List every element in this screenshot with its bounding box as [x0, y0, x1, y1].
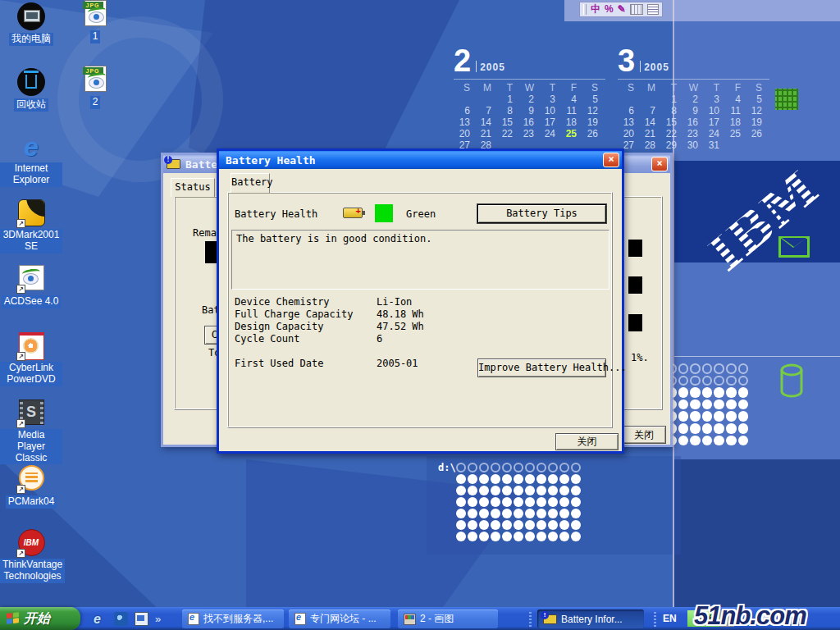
dot: [525, 497, 535, 507]
dot: [690, 399, 701, 410]
calendar-day-header: F: [724, 82, 746, 94]
dot: [571, 463, 581, 472]
calendar-day: 16: [518, 116, 539, 128]
start-button[interactable]: 开始: [0, 607, 80, 630]
desktop-icon-media-player-classic[interactable]: S↗ Media Player Classic: [0, 399, 62, 464]
tab-battery[interactable]: Battery: [231, 173, 270, 193]
ie-quicklaunch-icon[interactable]: e: [94, 612, 107, 626]
dot: [702, 423, 713, 434]
dot: [738, 363, 749, 374]
calendar-day: 7: [475, 105, 496, 116]
ratio-icon[interactable]: %: [605, 2, 614, 16]
dot: [678, 436, 689, 446]
battery-tab-page: Battery Health Green Battery Tips The ba…: [227, 192, 613, 428]
detail-label: Full Charge Capacity: [235, 308, 377, 321]
calendar-day: 21: [639, 128, 660, 139]
chevron-more-icon[interactable]: »: [155, 613, 161, 625]
battery-health-label: Battery Health: [235, 208, 317, 220]
menu-icon[interactable]: [647, 4, 659, 15]
shortcut-arrow-icon: ↗: [16, 285, 25, 294]
dot: [726, 436, 737, 446]
desktop-icon-thinkvantage[interactable]: IBM↗ ThinkVantage Technologies: [0, 529, 62, 583]
language-bar[interactable]: 中 % ✎: [579, 2, 663, 17]
desktop-icon-3dmark2001[interactable]: ↗ 3DMark2001 SE: [0, 199, 62, 253]
show-desktop-icon[interactable]: [135, 612, 148, 626]
dot: [514, 532, 523, 541]
desktop-icon-internet-explorer[interactable]: e Internet Explorer: [0, 133, 62, 187]
calendar-day: 16: [682, 116, 703, 128]
desktop-icon-jpg-1[interactable]: JPG 1: [72, 0, 118, 43]
calendar-day: 1: [496, 94, 518, 105]
quick-launch: e »: [89, 609, 166, 628]
tab-status[interactable]: Status: [171, 178, 215, 197]
battery-health-dialog: Battery Health × Battery Battery Health …: [217, 148, 624, 454]
calendar-day: 20: [618, 128, 639, 139]
task-button-paint[interactable]: 2 - 画图: [398, 609, 498, 628]
desktop-icon-jpg-2[interactable]: JPG 2: [72, 66, 118, 109]
desktop-icon-pcmark04[interactable]: ↗ PCMark04: [0, 465, 62, 509]
condition-textbox[interactable]: The battery is in good condition.: [231, 230, 609, 290]
dot: [559, 509, 569, 518]
calendar-day: 30: [682, 139, 703, 151]
dot: [456, 520, 466, 530]
dot: [738, 376, 749, 386]
language-indicator[interactable]: EN: [663, 613, 677, 624]
close-icon[interactable]: ×: [603, 153, 619, 167]
dot: [468, 520, 477, 530]
first-used-value: 2005-01: [377, 358, 418, 369]
calendar-day: [454, 94, 475, 105]
desktop-icon-my-computer[interactable]: 我的电脑: [0, 2, 62, 46]
calendar-day: 2: [682, 94, 703, 105]
dot: [514, 520, 523, 530]
dot: [468, 474, 477, 484]
desktop-icon-powerdvd[interactable]: ↗ CyberLink PowerDVD: [0, 332, 62, 386]
dot: [714, 363, 724, 374]
dot: [571, 509, 581, 518]
dot: [514, 509, 523, 518]
dot: [714, 423, 724, 434]
pen-icon[interactable]: ✎: [618, 2, 626, 16]
close-button[interactable]: 关闭: [555, 433, 619, 450]
keyboard-icon[interactable]: [630, 4, 644, 15]
icon-label: ThinkVantage Technologies: [0, 559, 65, 583]
browser-quicklaunch-icon[interactable]: [114, 612, 128, 626]
calendar-day: 4: [724, 94, 746, 105]
calendar-day: 11: [560, 105, 582, 116]
calendar-day: [724, 139, 746, 151]
language-bar-grip[interactable]: [583, 4, 587, 15]
dot: [456, 474, 466, 484]
dialog-titlebar[interactable]: Battery Health ×: [219, 151, 622, 169]
detail-label: Design Capacity: [235, 321, 377, 333]
battery-tips-button[interactable]: Battery Tips: [477, 204, 606, 223]
calendar-day: 31: [703, 139, 724, 151]
desktop-icon-recycle-bin[interactable]: 回收站: [0, 68, 62, 112]
dot: [690, 387, 701, 398]
task-button-battery-information[interactable]: Battery Infor...: [537, 609, 644, 628]
dot: [548, 486, 558, 495]
calendar-rule: [618, 79, 769, 80]
close-icon[interactable]: ×: [651, 157, 668, 171]
desktop-icon-acdsee[interactable]: ↗ ACDSee 4.0: [0, 265, 62, 308]
detail-label: Device Chemistry: [235, 296, 377, 308]
dot: [491, 532, 500, 541]
dot: [479, 520, 489, 530]
dot: [678, 363, 689, 374]
task-button-server-not-found[interactable]: 找不到服务器,...: [182, 609, 284, 628]
windows-flag-icon: [7, 612, 20, 626]
dot: [571, 520, 581, 530]
dot: [548, 509, 558, 518]
dot: [726, 423, 737, 434]
close-button[interactable]: 关闭: [622, 426, 666, 444]
chinese-ime-icon[interactable]: 中: [591, 2, 600, 16]
calendar-day-header: T: [660, 82, 682, 94]
dot: [559, 520, 569, 530]
task-button-forum[interactable]: 专门网论坛 - ...: [289, 609, 390, 628]
calendar-year: 2005: [644, 62, 669, 73]
calendar-day: 25: [560, 128, 582, 139]
improve-battery-health-button[interactable]: Improve Battery Health...: [477, 358, 606, 377]
database-icon: [779, 363, 804, 398]
dot: [479, 474, 489, 484]
drive-label: d:\: [438, 462, 456, 473]
grid-icon: [775, 89, 798, 110]
icon-label: 3DMark2001 SE: [0, 229, 62, 253]
